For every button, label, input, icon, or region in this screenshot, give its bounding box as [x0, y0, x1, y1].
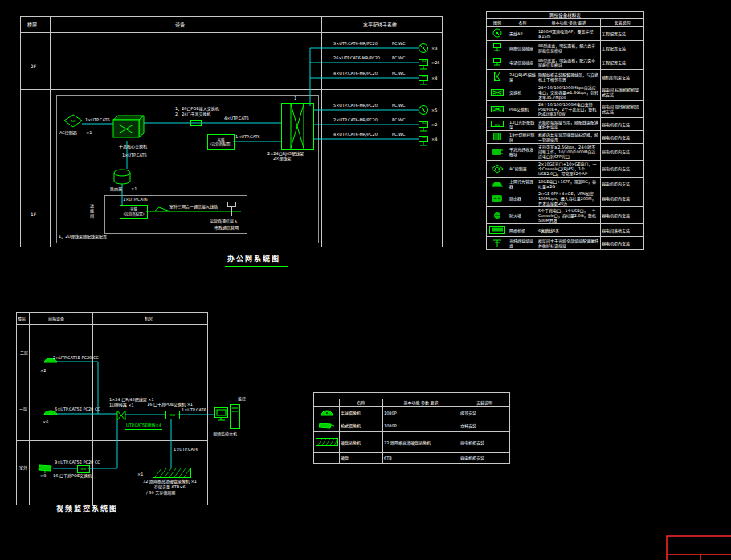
legend-install: 工程配置安装 — [601, 41, 644, 55]
legend-table-title: 网络设备材料表 — [487, 12, 644, 19]
table-row: PoE交换机 24个10/100/1000M电口支持PoE/PoE+，2个千兆光… — [487, 101, 644, 118]
camera-header-icon — [314, 399, 340, 407]
entry-room-label: 进线间 — [89, 204, 94, 219]
ac-controller-row-icon — [490, 163, 504, 174]
legend-name: 千兆光纤收发模块 — [508, 144, 537, 161]
router-row-icon — [490, 193, 504, 204]
terminal-count: ×4 — [431, 76, 437, 80]
camera-header-install: 安装说明 — [459, 399, 510, 407]
legend-spec: 2×GE SFP+4×GE，VPN加密100Mbps，最大吞吐量200M，并发连… — [537, 190, 601, 207]
router-icon — [114, 170, 130, 184]
legend-spec: 光缆终端熔接专用，随配线架配满尾纤并熔接 — [537, 118, 601, 131]
legend-name: 网络机柜 — [508, 224, 537, 237]
office-diagram-note: 1、2U理线架随配线架配置 — [59, 234, 107, 239]
to-icon-text: TO — [422, 74, 427, 79]
table-row: 枪式摄像机 1080P 立杆安装 — [314, 419, 510, 432]
patch-panel-icon — [491, 71, 504, 82]
table-row: 路由器 2×GE SFP+4×GE，VPN加密100Mbps，最大吞吐量200M… — [487, 190, 644, 207]
cable-route: FC.WC — [392, 71, 405, 76]
panel-under-label-2: 2×理线架 — [273, 156, 291, 161]
nvr-desc-line2: 存储容量 6TB×6 — [154, 484, 186, 489]
camera-install: 吸顶安装 — [459, 407, 510, 419]
upper-modem-box: 光猫 (运营商配置) — [207, 134, 235, 150]
outdoor-line-label: 室外三网合一通信接入线路 — [169, 204, 218, 209]
sw-box-text: SW — [170, 414, 176, 417]
table-row: 千兆光纤收发模块 支持带宽≥2.5Gbps，24小时不间断工作，10/100/1… — [487, 144, 644, 161]
monitor-pc-label: 视频监控主机 — [213, 431, 237, 436]
legend-name: 网络信息插座 — [508, 41, 537, 55]
poe-switch-box: SW — [165, 411, 180, 419]
legend-spec: 随配线柜安装配套理线架，与交换机上下相邻布置 — [537, 70, 601, 84]
legend-name: 电话信息插座 — [508, 55, 537, 70]
core-switch-icon — [113, 116, 144, 137]
bullet-camera-icon — [39, 465, 51, 473]
camera-name: 硬盘 — [340, 453, 383, 464]
upper-modem-line2: (运营商配置) — [208, 142, 234, 147]
office-header-equipment: 设备 — [175, 22, 185, 27]
terminal-count: ×5 — [431, 108, 437, 112]
cctv-floor-label: 一层 — [19, 407, 27, 411]
office-header-floor: 楼层 — [27, 22, 37, 27]
camera-count: ×2 — [40, 368, 46, 373]
table-row: 硬盘 6TB 弱电机柜安装 — [314, 453, 510, 464]
camera-table: 名称 基本功能·参数·要求 安装说明 半球摄像机 1080P 吸顶安装 枪式摄像… — [313, 392, 510, 464]
legend-name: 防火墙 — [508, 207, 537, 224]
legend-spec: 86型底盒，明装面板，配六类非屏蔽信息模块 — [537, 41, 601, 55]
cable-label: 4×UTP.CAT6 — [224, 116, 249, 121]
modem-box: 光猫 (运营商配置) — [120, 205, 148, 219]
sw-box-text: SW — [81, 468, 87, 471]
cctv-cabling — [53, 362, 215, 468]
firewall-icon — [492, 211, 503, 220]
legend-install: 弱电间 标准机柜机架式安装 — [601, 84, 644, 101]
legend-install: 弱电机柜内安装 — [601, 207, 644, 224]
cctv-panel-note-2: 1U理线器 ×1 — [109, 403, 134, 407]
table-row: AC控制器 2×10GE光口+10×GE电口，一个Console口(RJ45)，… — [487, 161, 644, 178]
camera-install: 立杆安装 — [459, 419, 510, 432]
core-switch-label: 千兆核心交换机 — [119, 144, 147, 149]
nvr-icon — [153, 468, 191, 478]
phone-outlet-icon — [491, 56, 504, 67]
legend-header-install: 安装说明 — [601, 19, 644, 27]
cad-drawing-canvas: 楼层 设备 水平配线子系统 2F 1F 3×UTP.CAT6-MR/PC20 F… — [0, 0, 731, 560]
cable-label: 1×UTP.CAT6 — [123, 197, 148, 202]
legend-name: 24口RJ45配线架 — [508, 70, 537, 84]
cctv-patch-bowtie-icon — [117, 411, 125, 420]
camera-name: 硬盘录像机 — [340, 432, 383, 453]
legend-spec: 楼层间主干光缆全部熔接配满尾纤并做好标识端接 — [537, 237, 601, 250]
legend-install: 弱电机柜内安装 — [601, 131, 644, 144]
cable-label: 4×UTP.CAT6-MR/PC20 — [333, 132, 378, 137]
floor-label-2f: 2F — [31, 63, 36, 69]
legend-install: 弱电机柜内安装 — [601, 161, 644, 178]
cable-route: FC.WC — [392, 117, 405, 122]
outdoor-end-label-1: 运营商通信接入 — [210, 219, 238, 223]
to-icon-text: TO — [422, 121, 427, 125]
terminal-count: ×2 — [431, 122, 437, 127]
table-row: 光纤终端熔接盒 楼层间主干光缆全部熔接配满尾纤并做好标识端接 弱电机柜内安装 — [487, 237, 644, 250]
office-table-frame — [20, 16, 443, 247]
table-row: 24口RJ45配线架 随配线柜安装配套理线架，与交换机上下相邻布置 随机柜机架安… — [487, 70, 644, 84]
table-row: 上网行为管理器 10GE电口+1SFP，带宽8G，吞吐量≥2G 弱电机柜内安装 — [487, 178, 644, 190]
terminal-count: ×3 — [431, 46, 437, 51]
cctv-floor-label: 二层 — [20, 350, 28, 355]
camera-spec: 32 路网络高清硬盘录像机 — [383, 432, 459, 453]
camera-name: 枪式摄像机 — [340, 419, 383, 432]
legend-name: PoE交换机 — [508, 101, 537, 118]
terminal-count: ×4 — [431, 137, 437, 141]
table-row: 交换机 24个10/100/1000Mbps自适应电口，交换容量≥1.8Gbps… — [487, 84, 644, 101]
cable-route: FC.WC — [392, 103, 405, 108]
legend-install: 弱电机柜内安装 — [601, 118, 644, 131]
camera-install: 弱电机柜安装 — [459, 453, 510, 464]
router-count: ×1 — [131, 186, 137, 191]
legend-name: 路由器 — [508, 190, 537, 207]
legend-install: 随机柜机架安装 — [601, 70, 644, 84]
to-icon-text: TO — [422, 59, 427, 63]
ac-controller-icon-text: AC — [71, 119, 75, 124]
outdoor-switch-box: SW — [77, 465, 90, 473]
legend-install: 弱电间落地安装 — [601, 224, 644, 237]
legend-spec: 24个10/100/1000Mbps自适应电口，交换容量≥1.8Gbps，包转发… — [537, 84, 601, 101]
legend-install: 弱电间 现场机柜机架式安装 — [601, 101, 644, 118]
nvr-desc-line3: / 30 天存储周期 — [146, 490, 175, 495]
office-diagram-caption: 办公网系统图 — [227, 256, 280, 261]
nvr-count: ×1 — [137, 472, 143, 476]
poe-switch-icon — [490, 104, 504, 114]
